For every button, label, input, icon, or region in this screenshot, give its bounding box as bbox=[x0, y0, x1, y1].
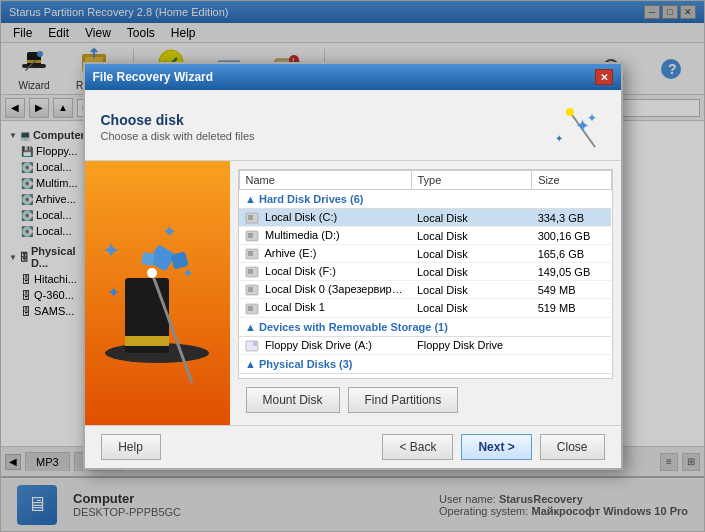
group-removable-label: ▲ Devices with Removable Storage (1) bbox=[239, 317, 611, 336]
disk-name: Multimedia (D:) bbox=[239, 227, 411, 245]
modal-subheading: Choose a disk with deleted files bbox=[101, 130, 255, 142]
disk-table: Name Type Size ▲ Hard Di bbox=[239, 170, 612, 379]
disk-size: 300,16 GB bbox=[532, 227, 611, 245]
close-dialog-button[interactable]: Close bbox=[540, 434, 605, 460]
file-recovery-wizard-modal: File Recovery Wizard ✕ Choose disk Choos… bbox=[83, 62, 623, 470]
group-hdd-collapse[interactable]: ▲ bbox=[245, 193, 256, 205]
group-physical-label: ▲ Physical Disks (3) bbox=[239, 354, 611, 373]
group-physical: ▲ Physical Disks (3) bbox=[239, 354, 611, 373]
disk-name: Local Disk (C:) bbox=[239, 209, 411, 227]
modal-overlay: File Recovery Wizard ✕ Choose disk Choos… bbox=[1, 1, 704, 531]
svg-rect-50 bbox=[253, 341, 257, 346]
modal-wizard-icon: ✦ ✦ ✦ bbox=[545, 102, 605, 152]
modal-body: ✦ ✦ ✦ ✦ bbox=[85, 161, 621, 425]
svg-rect-46 bbox=[248, 287, 253, 292]
svg-text:✦: ✦ bbox=[107, 284, 120, 301]
group-removable: ▲ Devices with Removable Storage (1) bbox=[239, 317, 611, 336]
app-window: Starus Partition Recovery 2.8 (Home Edit… bbox=[0, 0, 705, 532]
disk-name: Arhive (E:) bbox=[239, 245, 411, 263]
svg-text:✦: ✦ bbox=[555, 133, 563, 144]
modal-footer: Help < Back Next > Close bbox=[85, 425, 621, 468]
disk-size: 549 MB bbox=[532, 281, 611, 299]
disk-size: 334,3 GB bbox=[532, 209, 611, 227]
disk-size: 149,05 GB bbox=[532, 263, 611, 281]
disk-type: Local Disk bbox=[411, 263, 532, 281]
disk-type: Local Disk bbox=[411, 209, 532, 227]
group-hdd: ▲ Hard Disk Drives (6) bbox=[239, 190, 611, 209]
mount-disk-button[interactable]: Mount Disk bbox=[246, 387, 340, 413]
disk-type: Local Disk bbox=[411, 227, 532, 245]
disk-name: Local Disk (F:) bbox=[239, 263, 411, 281]
svg-point-21 bbox=[566, 108, 574, 116]
svg-rect-48 bbox=[248, 306, 253, 311]
disk-type: Local Disk bbox=[411, 245, 532, 263]
find-partitions-button[interactable]: Find Partitions bbox=[348, 387, 459, 413]
disk-type: Floppy Disk Drive bbox=[411, 336, 532, 354]
table-row[interactable]: Local Disk 1 Local Disk 519 MB bbox=[239, 299, 611, 317]
modal-heading: Choose disk bbox=[101, 112, 255, 128]
help-button[interactable]: Help bbox=[101, 434, 161, 460]
back-button[interactable]: < Back bbox=[382, 434, 453, 460]
table-row[interactable]: Floppy Disk Drive (A:) Floppy Disk Drive bbox=[239, 336, 611, 354]
disk-name: Floppy Disk Drive (A:) bbox=[239, 336, 411, 354]
modal-title: File Recovery Wizard bbox=[93, 70, 595, 84]
wizard-hat-illustration: ✦ ✦ ✦ ✦ bbox=[97, 198, 217, 388]
col-name: Name bbox=[239, 171, 411, 190]
svg-rect-42 bbox=[248, 251, 253, 256]
disk-type: Local Disk bbox=[411, 281, 532, 299]
svg-rect-38 bbox=[248, 215, 253, 220]
modal-close-button[interactable]: ✕ bbox=[595, 69, 613, 85]
col-size: Size bbox=[532, 171, 611, 190]
disk-name: Local Disk 0 (Зарезервиро... bbox=[239, 281, 411, 299]
table-row[interactable]: Local Disk (F:) Local Disk 149,05 GB bbox=[239, 263, 611, 281]
svg-rect-40 bbox=[248, 233, 253, 238]
next-button[interactable]: Next > bbox=[461, 434, 531, 460]
group-removable-collapse[interactable]: ▲ bbox=[245, 321, 256, 333]
disk-name: Local Disk 1 bbox=[239, 299, 411, 317]
table-row[interactable]: Local Disk 0 (Зарезервиро... Local Disk … bbox=[239, 281, 611, 299]
disk-size bbox=[532, 336, 611, 354]
col-type: Type bbox=[411, 171, 532, 190]
svg-rect-27 bbox=[125, 336, 169, 346]
table-row[interactable]: Local Disk (C:) Local Disk 334,3 GB bbox=[239, 209, 611, 227]
svg-text:✦: ✦ bbox=[162, 222, 177, 242]
disk-size: 165,6 GB bbox=[532, 245, 611, 263]
disk-action-buttons: Mount Disk Find Partitions bbox=[238, 379, 613, 417]
modal-header-text: Choose disk Choose a disk with deleted f… bbox=[101, 112, 255, 142]
svg-rect-44 bbox=[248, 269, 253, 274]
modal-title-bar: File Recovery Wizard ✕ bbox=[85, 64, 621, 90]
modal-footer-left: Help bbox=[101, 434, 375, 460]
disk-scroll-container[interactable]: Name Type Size ▲ Hard Di bbox=[238, 169, 613, 379]
group-hdd-label: ▲ Hard Disk Drives (6) bbox=[239, 190, 611, 209]
modal-header: Choose disk Choose a disk with deleted f… bbox=[85, 90, 621, 161]
disk-type: Local Disk bbox=[411, 299, 532, 317]
modal-image-panel: ✦ ✦ ✦ ✦ bbox=[85, 161, 230, 425]
table-row[interactable]: Arhive (E:) Local Disk 165,6 GB bbox=[239, 245, 611, 263]
svg-rect-34 bbox=[141, 252, 155, 266]
group-physical-collapse[interactable]: ▲ bbox=[245, 358, 256, 370]
table-row[interactable]: Multimedia (D:) Local Disk 300,16 GB bbox=[239, 227, 611, 245]
svg-text:✦: ✦ bbox=[102, 238, 120, 263]
svg-point-36 bbox=[147, 268, 157, 278]
disk-size: 519 MB bbox=[532, 299, 611, 317]
svg-text:✦: ✦ bbox=[182, 265, 194, 281]
modal-right-panel: Name Type Size ▲ Hard Di bbox=[230, 161, 621, 425]
svg-text:✦: ✦ bbox=[587, 111, 597, 125]
